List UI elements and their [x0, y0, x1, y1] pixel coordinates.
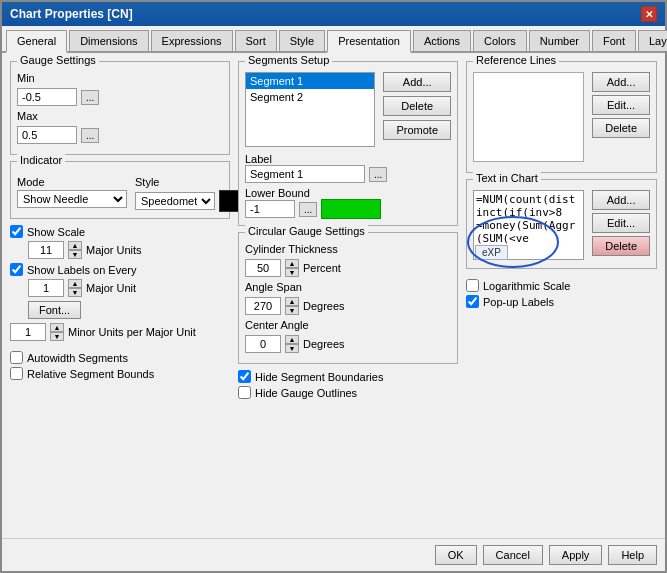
text-add-button[interactable]: Add...: [592, 190, 650, 210]
tab-layout[interactable]: Layout: [638, 30, 667, 51]
text-edit-button[interactable]: Edit...: [592, 213, 650, 233]
hide-outlines-checkbox[interactable]: [238, 386, 251, 399]
tab-dimensions[interactable]: Dimensions: [69, 30, 148, 51]
segments-buttons: Add... Delete Promote: [383, 72, 451, 147]
labels-down[interactable]: ▼: [68, 288, 82, 297]
minor-units-input[interactable]: [10, 323, 46, 341]
content-area: Gauge Settings Min ... Max ...: [2, 53, 665, 538]
middle-column: Segments Setup Segment 1 Segment 2 Add..…: [238, 61, 458, 530]
lower-bound-ellipsis[interactable]: ...: [299, 202, 317, 217]
cylinder-input[interactable]: [245, 259, 281, 277]
tab-expressions[interactable]: Expressions: [151, 30, 233, 51]
text-delete-button[interactable]: Delete: [592, 236, 650, 256]
hide-boundaries-checkbox[interactable]: [238, 370, 251, 383]
segments-content: Segment 1 Segment 2 Add... Delete Promot…: [245, 72, 451, 147]
segments-listbox[interactable]: Segment 1 Segment 2: [245, 72, 375, 147]
text-buttons: Add... Edit... Delete: [592, 190, 650, 262]
labels-up[interactable]: ▲: [68, 279, 82, 288]
popup-label: Pop-up Labels: [483, 296, 554, 308]
tab-style[interactable]: Style: [279, 30, 325, 51]
lower-bound-color[interactable]: [321, 199, 381, 219]
major-units-spinner: ▲ ▼: [68, 241, 82, 259]
hide-outlines-label: Hide Gauge Outlines: [255, 387, 357, 399]
minor-up[interactable]: ▲: [50, 323, 64, 332]
autowidth-checkbox[interactable]: [10, 351, 23, 364]
cancel-button[interactable]: Cancel: [483, 545, 543, 565]
center-down[interactable]: ▼: [285, 344, 299, 353]
circular-gauge-label: Circular Gauge Settings: [245, 225, 368, 237]
ok-button[interactable]: OK: [435, 545, 477, 565]
hide-boundaries-label: Hide Segment Boundaries: [255, 371, 383, 383]
major-units-down[interactable]: ▼: [68, 250, 82, 259]
ref-edit-button[interactable]: Edit...: [592, 95, 650, 115]
min-input[interactable]: [17, 88, 77, 106]
close-button[interactable]: ✕: [641, 6, 657, 22]
help-button[interactable]: Help: [608, 545, 657, 565]
angle-down[interactable]: ▼: [285, 306, 299, 315]
add-segment-button[interactable]: Add...: [383, 72, 451, 92]
labels-spinner: ▲ ▼: [68, 279, 82, 297]
tab-font[interactable]: Font: [592, 30, 636, 51]
show-labels-row: Show Labels on Every: [10, 263, 230, 276]
hide-outlines-row: Hide Gauge Outlines: [238, 386, 458, 399]
angle-input[interactable]: [245, 297, 281, 315]
scale-group: Show Scale ▲ ▼ Major Units Show Labels o…: [10, 225, 230, 345]
tab-actions[interactable]: Actions: [413, 30, 471, 51]
delete-segment-button[interactable]: Delete: [383, 96, 451, 116]
logarithmic-row: Logarithmic Scale: [466, 279, 657, 292]
segment-label-section: Label ... Lower Bound ...: [245, 153, 451, 219]
ref-add-button[interactable]: Add...: [592, 72, 650, 92]
tab-sort[interactable]: Sort: [235, 30, 277, 51]
labels-val-input[interactable]: [28, 279, 64, 297]
segment-label-input[interactable]: [245, 165, 365, 183]
window-title: Chart Properties [CN]: [10, 7, 133, 21]
reference-lines-group: Reference Lines Add... Edit... Delete: [466, 61, 657, 173]
angle-up[interactable]: ▲: [285, 297, 299, 306]
segment-label-ellipsis[interactable]: ...: [369, 167, 387, 182]
mode-label: Mode: [17, 176, 127, 188]
major-units-input[interactable]: [28, 241, 64, 259]
gauge-settings-label: Gauge Settings: [17, 54, 99, 66]
show-scale-row: Show Scale: [10, 225, 230, 238]
show-scale-checkbox[interactable]: [10, 225, 23, 238]
show-labels-checkbox[interactable]: [10, 263, 23, 276]
tab-presentation[interactable]: Presentation: [327, 30, 411, 53]
reference-lines-label: Reference Lines: [473, 54, 559, 66]
relative-checkbox[interactable]: [10, 367, 23, 380]
minor-units-row: ▲ ▼ Minor Units per Major Unit: [10, 323, 230, 341]
exp-tag: eXP: [475, 245, 508, 260]
lower-bound-input[interactable]: [245, 200, 295, 218]
apply-button[interactable]: Apply: [549, 545, 603, 565]
mode-select[interactable]: Show Needle: [17, 190, 127, 208]
gauge-settings-group: Gauge Settings Min ... Max ...: [10, 61, 230, 155]
tab-general[interactable]: General: [6, 30, 67, 53]
promote-segment-button[interactable]: Promote: [383, 120, 451, 140]
major-units-up[interactable]: ▲: [68, 241, 82, 250]
max-ellipsis-button[interactable]: ...: [81, 128, 99, 143]
segment-item-1[interactable]: Segment 1: [246, 73, 374, 89]
font-button[interactable]: Font...: [28, 301, 81, 319]
cylinder-up[interactable]: ▲: [285, 259, 299, 268]
cylinder-down[interactable]: ▼: [285, 268, 299, 277]
min-ellipsis-button[interactable]: ...: [81, 90, 99, 105]
ref-delete-button[interactable]: Delete: [592, 118, 650, 138]
popup-checkbox[interactable]: [466, 295, 479, 308]
center-up[interactable]: ▲: [285, 335, 299, 344]
right-checkboxes: Logarithmic Scale Pop-up Labels: [466, 279, 657, 311]
logarithmic-checkbox[interactable]: [466, 279, 479, 292]
main-window: Chart Properties [CN] ✕ General Dimensio…: [0, 0, 667, 573]
show-labels-label: Show Labels on Every: [27, 264, 136, 276]
style-select[interactable]: Speedometer: [135, 192, 215, 210]
max-input[interactable]: [17, 126, 77, 144]
segments-setup-label: Segments Setup: [245, 54, 332, 66]
major-units-row: ▲ ▼ Major Units: [28, 241, 230, 259]
hide-boundaries-row: Hide Segment Boundaries: [238, 370, 458, 383]
segment-item-2[interactable]: Segment 2: [246, 89, 374, 105]
minor-down[interactable]: ▼: [50, 332, 64, 341]
labels-row: ▲ ▼ Major Unit: [28, 279, 230, 297]
tab-number[interactable]: Number: [529, 30, 590, 51]
cylinder-input-row: ▲ ▼ Percent: [245, 259, 451, 277]
center-input[interactable]: [245, 335, 281, 353]
tab-colors[interactable]: Colors: [473, 30, 527, 51]
cylinder-row: Cylinder Thickness: [245, 243, 451, 255]
